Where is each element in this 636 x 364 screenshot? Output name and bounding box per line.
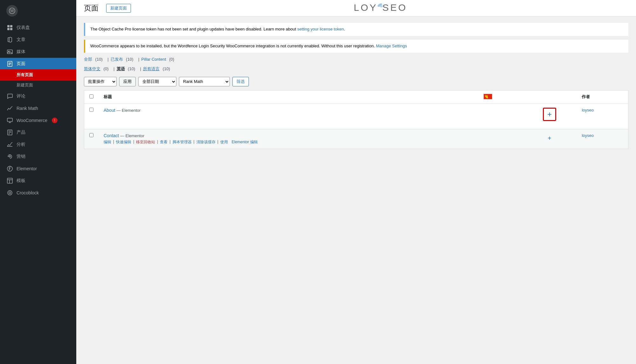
sidebar-item-label: WooCommerce [17,118,47,123]
row-about-checkbox-cell [84,104,99,129]
action-bar: 批量操作 编辑 移至回收站 应用 全部日期 Rank Math 筛选 [84,77,628,86]
filter-bar-row1: 全部 (10) | 已发布 (10) | Pillar Content (0) [84,57,628,62]
media-icon [6,49,13,55]
th-checkbox [84,90,99,104]
row-contact-flag [478,129,523,149]
date-filter-select[interactable]: 全部日期 [138,77,176,86]
sidebar-item-media[interactable]: 媒体 [0,46,76,58]
posts-icon [6,37,13,43]
sidebar-item-marketing[interactable]: 营销 [0,151,76,163]
sidebar: W 仪表盘 文章 媒体 [0,0,76,364]
row-contact-checkbox[interactable] [89,133,93,137]
comments-icon [6,93,13,99]
svg-rect-3 [10,25,12,27]
notice-cache-text: The Object Cache Pro license token has n… [90,27,297,31]
row-contact-plus-button[interactable]: + [544,133,555,144]
all-pages-label: 所有页面 [17,72,33,78]
notice-woo-text: WooCommerce appears to be installed, but… [90,44,376,48]
main-content: 页面 新建页面 LOY SEO The Object Cache Pro lic… [76,0,636,364]
sidebar-nav: 仪表盘 文章 媒体 页面 所有页面 [0,22,76,199]
action-elementor-edit[interactable]: Elementor 编辑 [232,139,258,145]
row-contact-actions: 编辑 | 快速编辑 | 移至回收站 | 查看 | 脚本管理器 | 清除该缓存 | [104,139,473,145]
action-use-elementor[interactable]: 使用 [220,139,228,145]
filter-pillar[interactable]: Pillar Content [141,57,166,62]
row-about-flag [478,104,523,129]
svg-text:W: W [10,9,14,13]
sidebar-logo: W [0,0,76,22]
notice-woo-link[interactable]: Manage Settings [376,44,407,48]
pages-icon [6,61,13,67]
th-flag: ★ ★ ★ ★ ★ [478,90,523,104]
svg-text:LOY: LOY [354,2,378,13]
svg-point-27 [8,191,12,195]
apply-button[interactable]: 应用 [119,77,136,86]
sidebar-item-label: 模板 [17,178,25,184]
pages-submenu: 所有页面 新建页面 [0,70,76,90]
row-about-title-cell: About — Elementor [99,104,478,129]
sidebar-item-label: 营销 [17,154,25,159]
filter-all[interactable]: 全部 [84,57,92,62]
row-about-plus-button[interactable]: + [543,108,556,121]
notice-cache-link[interactable]: setting your license token [297,27,344,31]
sidebar-item-templates[interactable]: 模板 [0,175,76,187]
action-quick-edit[interactable]: 快速编辑 [116,139,131,145]
filter-chinese[interactable]: 简体中文 [84,66,100,72]
action-script-manager[interactable]: 脚本管理器 [173,139,192,145]
filter-published[interactable]: 已发布 [111,57,123,62]
top-bar: 页面 新建页面 LOY SEO [76,0,636,17]
row-contact-author[interactable]: loyseo [577,129,628,149]
sidebar-item-woocommerce[interactable]: WooCommerce ! [0,114,76,126]
sidebar-item-rankmath[interactable]: Rank Math [0,102,76,114]
products-icon [6,129,13,136]
sidebar-item-crocoblock[interactable]: Crocoblock [0,187,76,199]
submenu-new-page[interactable]: 新建页面 [0,80,76,90]
sidebar-item-products[interactable]: 产品 [0,126,76,138]
filter-all-lang[interactable]: 所有语言 [143,66,160,72]
svg-rect-24 [7,178,12,183]
action-view[interactable]: 查看 [160,139,168,145]
sidebar-item-label: 产品 [17,130,25,135]
svg-point-19 [9,156,10,157]
sidebar-item-label: 页面 [17,61,25,67]
svg-rect-2 [7,25,10,27]
svg-point-28 [9,192,11,194]
row-about-subtitle: — Elementor [116,108,140,113]
filter-button[interactable]: 筛选 [232,77,249,86]
filter-english[interactable]: 英语 [117,66,125,72]
row-contact-title-cell: Contact — Elementor 编辑 | 快速编辑 | 移至回收站 | … [99,129,478,149]
pages-table: 标题 ★ ★ ★ ★ ★ 作者 [84,90,628,149]
sidebar-item-dashboard[interactable]: 仪表盘 [0,22,76,34]
row-about-author[interactable]: loyseo [577,104,628,129]
action-trash[interactable]: 移至回收站 [136,139,155,145]
row-about-title-link[interactable]: About [104,108,115,113]
action-clear-cache[interactable]: 清除该缓存 [196,139,215,145]
plugin-filter-select[interactable]: Rank Math [179,77,230,86]
sidebar-item-posts[interactable]: 文章 [0,34,76,46]
submenu-all-pages[interactable]: 所有页面 [0,70,76,80]
sidebar-item-label: Elementor [17,166,37,171]
sidebar-item-pages[interactable]: 页面 [0,58,76,70]
row-contact-title-link[interactable]: Contact [104,133,119,138]
table-row: Contact — Elementor 编辑 | 快速编辑 | 移至回收站 | … [84,129,628,149]
svg-rect-4 [7,28,10,30]
crocoblock-icon [6,190,13,196]
svg-rect-5 [10,28,12,30]
sidebar-item-comments[interactable]: 评论 [0,90,76,102]
sidebar-item-analytics[interactable]: 分析 [0,138,76,151]
sidebar-item-label: 媒体 [17,49,25,55]
select-all-checkbox[interactable] [89,94,93,98]
filter-all-count: (10) [94,57,103,62]
sidebar-item-elementor[interactable]: Elementor [0,163,76,175]
new-page-button[interactable]: 新建页面 [106,4,131,13]
bulk-actions-select[interactable]: 批量操作 编辑 移至回收站 [84,77,117,86]
elementor-icon [6,165,13,172]
analytics-icon [6,141,13,148]
table-header-row: 标题 ★ ★ ★ ★ ★ 作者 [84,90,628,104]
notice-cache: The Object Cache Pro license token has n… [84,23,628,36]
sidebar-item-label: Rank Math [17,106,38,111]
action-edit[interactable]: 编辑 [104,139,111,145]
th-title: 标题 [99,90,478,104]
row-about-plus-cell: + [522,104,577,129]
content-area: The Object Cache Pro license token has n… [76,17,636,364]
row-about-checkbox[interactable] [89,108,93,112]
